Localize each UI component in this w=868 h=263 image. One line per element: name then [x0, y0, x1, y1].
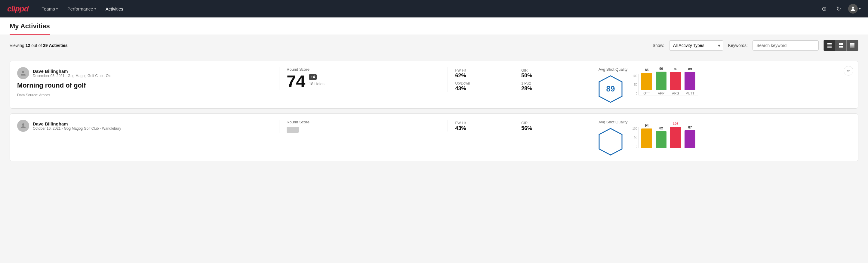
fw-hit-stat-2: FW Hit 43%: [455, 121, 515, 132]
compact-view-btn[interactable]: [847, 40, 858, 51]
chart-col-ott: 85 OTT: [641, 68, 652, 95]
hex-value-1: 89: [606, 84, 615, 94]
page-title: My Activities: [10, 22, 50, 35]
activity-type-select[interactable]: All Activity Types: [669, 40, 723, 51]
card-left-1: Dave Billingham December 05, 2021 - Gog …: [17, 67, 270, 97]
search-input[interactable]: [752, 40, 819, 51]
bar-chart-2: 100 50 0 94 82 10: [632, 127, 851, 148]
bar-arg-2: [670, 127, 681, 148]
chart-col-app: 90 APP: [656, 67, 666, 95]
gir-value-2: 56%: [521, 125, 581, 132]
stats-section-1: FW Hit 62% GIR 50% Up/Down 43% 1 Putt 28…: [447, 67, 581, 92]
gir-label-2: GIR: [521, 121, 581, 125]
viewing-activities: Activities: [49, 43, 68, 48]
logo[interactable]: clippd: [7, 4, 29, 13]
nav-item-performance[interactable]: Performance ▾: [64, 4, 99, 14]
nav-item-activities[interactable]: Activities: [102, 4, 127, 14]
svg-rect-8: [850, 43, 855, 44]
bar-putt: [685, 72, 695, 90]
bar-arg: [670, 72, 681, 90]
bar-label-ott: OTT: [643, 91, 650, 95]
svg-rect-3: [828, 47, 832, 48]
bar-val-ott-2: 94: [645, 124, 648, 127]
refresh-icon[interactable]: ↻: [834, 4, 843, 13]
viewing-out-of: out of: [31, 43, 43, 48]
user-name-2: Dave Billingham: [33, 121, 121, 126]
stats-grid-2: FW Hit 43% GIR 56%: [455, 121, 581, 132]
nav-item-teams[interactable]: Teams ▾: [38, 4, 61, 14]
page-header: My Activities: [0, 18, 868, 35]
list-view-btn[interactable]: [824, 40, 835, 51]
activity-title-1[interactable]: Morning round of golf: [17, 82, 270, 89]
updown-value: 43%: [455, 85, 515, 92]
bar-val-app-2: 82: [659, 126, 663, 130]
user-meta-1: December 05, 2021 - Gog Magog Golf Club …: [33, 74, 111, 78]
viewing-count: 12: [26, 43, 30, 48]
activity-card-1: ✏ Dave Billingham December 05, 2021 - Go…: [10, 61, 858, 109]
user-meta-2: October 16, 2021 - Gog Magog Golf Club -…: [33, 126, 121, 130]
score-section-2: Round Score: [279, 120, 438, 133]
chevron-down-icon: ▾: [94, 7, 96, 10]
user-menu[interactable]: ▾: [848, 4, 861, 13]
keywords-label: Keywords:: [728, 43, 748, 48]
bar-app-2: [656, 131, 666, 148]
bar-app: [656, 71, 666, 90]
user-info-2: Dave Billingham October 16, 2021 - Gog M…: [33, 121, 121, 130]
fw-hit-label-2: FW Hit: [455, 121, 515, 125]
bar-ott: [641, 73, 652, 90]
user-row-2: Dave Billingham October 16, 2021 - Gog M…: [17, 120, 270, 132]
quality-section-2: Avg Shot Quality 100 50 0: [591, 120, 851, 155]
updown-label: Up/Down: [455, 81, 515, 85]
svg-rect-10: [850, 45, 855, 46]
nav-label-activities: Activities: [105, 6, 123, 11]
score-row-1: 74 +4 18 Holes: [287, 73, 438, 90]
chart-col-putt: 89 PUTT: [685, 67, 695, 95]
svg-rect-4: [839, 43, 841, 45]
bar-val-app: 90: [659, 67, 663, 70]
activity-type-select-wrapper[interactable]: All Activity Types: [669, 40, 723, 51]
chart-col-ott-2: 94: [641, 124, 652, 148]
fw-hit-value: 62%: [455, 72, 515, 79]
gir-stat: GIR 50%: [521, 68, 581, 79]
svg-rect-11: [850, 46, 855, 47]
gir-label: GIR: [521, 68, 581, 72]
viewing-count-text: Viewing 12 out of 29 Activities: [10, 43, 648, 48]
bar-val-putt-2: 87: [688, 125, 692, 129]
navbar: clippd Teams ▾ Performance ▾ Activities …: [0, 0, 868, 18]
oneputt-value: 28%: [521, 85, 581, 92]
round-score-label-1: Round Score: [287, 67, 438, 71]
card-left-2: Dave Billingham October 16, 2021 - Gog M…: [17, 120, 270, 134]
user-row-1: Dave Billingham December 05, 2021 - Gog …: [17, 67, 270, 79]
chevron-down-icon: ▾: [56, 7, 58, 10]
add-icon[interactable]: ⊕: [819, 4, 829, 13]
bar-label-putt: PUTT: [686, 91, 694, 95]
edit-button-1[interactable]: ✏: [844, 66, 853, 76]
bar-ott-2: [641, 128, 652, 148]
holes-text-1: 18 Holes: [309, 82, 324, 86]
hexagon-wrapper-2: [598, 128, 623, 155]
y-axis-2: 100 50 0: [632, 127, 639, 148]
score-section-1: Round Score 74 +4 18 Holes: [279, 67, 438, 90]
chart-col-putt-2: 87: [685, 125, 695, 148]
fw-hit-stat: FW Hit 62%: [455, 68, 515, 79]
chart-col-app-2: 82: [656, 126, 666, 148]
viewing-label: Viewing: [10, 43, 26, 48]
user-info-1: Dave Billingham December 05, 2021 - Gog …: [33, 68, 111, 78]
chart-col-arg: 89 ARG: [670, 67, 681, 95]
bar-val-arg-2: 106: [673, 122, 678, 125]
avg-shot-quality-label-2: Avg Shot Quality: [598, 120, 628, 124]
nav-items: Teams ▾ Performance ▾ Activities: [38, 4, 810, 14]
fw-hit-label: FW Hit: [455, 68, 515, 72]
avatar-2: [17, 120, 29, 132]
viewing-total: 29: [43, 43, 48, 48]
oneputt-stat: 1 Putt 28%: [521, 81, 581, 92]
hexagon-1: 89: [598, 75, 623, 102]
grid-view-btn[interactable]: [835, 40, 847, 51]
svg-rect-1: [828, 45, 832, 46]
bar-label-arg: ARG: [672, 91, 679, 95]
updown-stat: Up/Down 43%: [455, 81, 515, 92]
fw-hit-value-2: 43%: [455, 125, 515, 132]
quality-section-1: Avg Shot Quality 89 100 50 0: [591, 67, 851, 102]
show-label: Show:: [653, 43, 664, 48]
score-badge-1: +4: [309, 74, 317, 80]
